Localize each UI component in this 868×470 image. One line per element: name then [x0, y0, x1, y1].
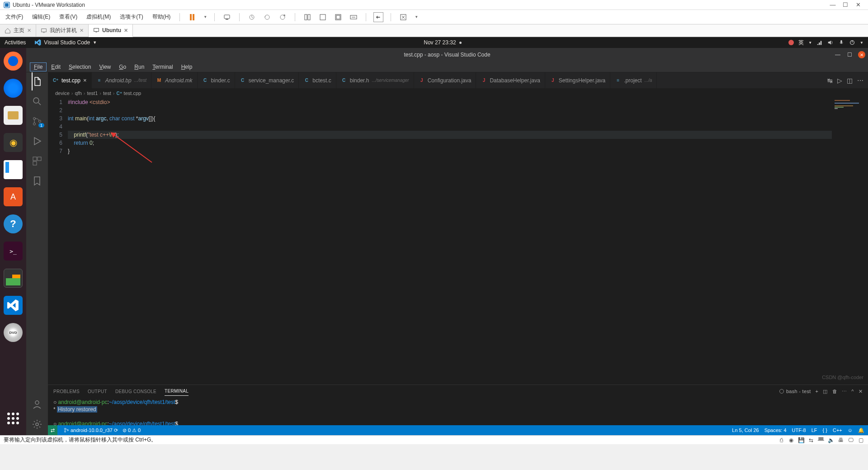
- menu-view[interactable]: 查看(V): [57, 12, 79, 22]
- hdd-icon[interactable]: ⎙: [778, 437, 785, 444]
- code-content[interactable]: #include <cstdio> int main(int argc, cha…: [68, 98, 868, 385]
- tab-binder-h[interactable]: C binder.h .../servicemanager: [336, 72, 414, 88]
- display-icon[interactable]: 🖵: [847, 437, 854, 444]
- cursor-position[interactable]: Ln 5, Col 26: [732, 427, 759, 433]
- panel-tab-output[interactable]: OUTPUT: [88, 387, 107, 396]
- dock-writer[interactable]: [4, 160, 23, 179]
- menu-view[interactable]: View: [95, 63, 114, 71]
- menu-help[interactable]: 帮助(H): [151, 12, 173, 22]
- feedback-icon[interactable]: ☺: [848, 427, 853, 433]
- breadcrumbs[interactable]: device› qfh› test1› test› C⁺ test.cpp: [48, 88, 868, 98]
- terminal-shell-label[interactable]: bash - test: [779, 389, 811, 394]
- stretch-guest-button[interactable]: [398, 12, 408, 22]
- breadcrumb-seg[interactable]: test.cpp: [124, 90, 142, 96]
- tab-android-mk[interactable]: M Android.mk: [151, 72, 198, 88]
- dock-thunderbird[interactable]: [4, 79, 23, 98]
- tab-service-manager-c[interactable]: C service_manager.c: [235, 72, 299, 88]
- run-code-icon[interactable]: ▷: [837, 77, 842, 84]
- tab-bctest-c[interactable]: C bctest.c: [299, 72, 336, 88]
- send-ctrlaltdel-button[interactable]: [222, 12, 232, 22]
- maximize-button[interactable]: ☐: [839, 1, 852, 8]
- minimize-button[interactable]: —: [835, 52, 841, 58]
- bookmarks-icon[interactable]: [32, 176, 42, 186]
- do-not-disturb-icon[interactable]: [788, 40, 794, 45]
- more-actions-icon[interactable]: ⋯: [857, 77, 863, 84]
- revert-snapshot-button[interactable]: [262, 12, 272, 22]
- snapshot-manager-button[interactable]: [278, 12, 288, 22]
- tab-ubuntu[interactable]: Ubuntu ✕: [89, 24, 133, 37]
- menu-run[interactable]: Run: [131, 63, 148, 71]
- console-view-button[interactable]: [302, 12, 312, 22]
- dock-help[interactable]: ?: [4, 214, 23, 233]
- breadcrumb-seg[interactable]: device: [55, 90, 70, 96]
- new-terminal-button[interactable]: +: [816, 389, 819, 394]
- indentation[interactable]: Spaces: 4: [764, 427, 787, 433]
- tab-binder-c[interactable]: C binder.c: [198, 72, 235, 88]
- floppy-icon[interactable]: 💾: [797, 437, 805, 444]
- menu-vm[interactable]: 虚拟机(M): [85, 12, 113, 22]
- close-button[interactable]: ✕: [858, 51, 865, 58]
- menu-file[interactable]: File: [30, 62, 47, 71]
- kill-terminal-button[interactable]: 🗑: [832, 389, 837, 394]
- dock-system-monitor[interactable]: [4, 269, 23, 288]
- accounts-icon[interactable]: [32, 399, 42, 410]
- extensions-icon[interactable]: [32, 156, 42, 166]
- minimize-button[interactable]: —: [826, 1, 839, 8]
- remote-indicator[interactable]: ⇄: [48, 425, 57, 435]
- dock-vscode[interactable]: [4, 296, 23, 315]
- search-icon[interactable]: [32, 96, 42, 107]
- split-terminal-button[interactable]: ◫: [823, 389, 827, 394]
- tab-databasehelper-java[interactable]: J DatabaseHelper.java: [476, 72, 545, 88]
- tab-test-cpp[interactable]: C⁺ test.cpp ×: [48, 72, 92, 88]
- maximize-button[interactable]: ☐: [846, 52, 853, 58]
- tab-android-bp[interactable]: ≡ Android.bp .../test: [92, 72, 151, 88]
- more-icon[interactable]: ⋯: [842, 389, 847, 394]
- panel-tab-terminal[interactable]: TERMINAL: [165, 387, 189, 396]
- stretch-dropdown[interactable]: ▼: [415, 15, 418, 19]
- tab-project[interactable]: ≡ .project .../a: [610, 72, 657, 88]
- dock-software[interactable]: A: [4, 187, 23, 206]
- panel-tab-debug[interactable]: DEBUG CONSOLE: [115, 387, 156, 396]
- language-mode[interactable]: C++: [833, 427, 842, 433]
- notifications-icon[interactable]: 🔔: [858, 427, 864, 433]
- menu-file[interactable]: 文件(F): [4, 12, 25, 22]
- suspend-button[interactable]: [187, 12, 197, 22]
- tab-configuration-java[interactable]: J Configuration.java: [414, 72, 476, 88]
- terminal[interactable]: ○ android@android-pc:~/aosp/device/qfh/t…: [48, 398, 868, 425]
- tab-mycomputer[interactable]: 我的计算机 ✕: [36, 24, 89, 37]
- menu-terminal[interactable]: Terminal: [149, 63, 176, 71]
- close-icon[interactable]: ✕: [124, 28, 128, 33]
- menu-selection[interactable]: Selection: [65, 63, 94, 71]
- panel-tab-problems[interactable]: PROBLEMS: [53, 387, 80, 396]
- unity-button[interactable]: [318, 12, 328, 22]
- usb-icon[interactable]: ᚙ: [817, 437, 825, 444]
- close-icon[interactable]: ×: [83, 77, 87, 84]
- dock-firefox[interactable]: [4, 52, 23, 71]
- message-icon[interactable]: ▢: [857, 437, 864, 444]
- split-editor-icon[interactable]: ◫: [847, 77, 853, 84]
- breadcrumb-seg[interactable]: qfh: [75, 90, 81, 96]
- settings-gear-icon[interactable]: [32, 419, 42, 430]
- fullscreen-button[interactable]: [333, 12, 343, 22]
- git-branch[interactable]: android-10.0.0_r37 ⟳: [64, 427, 118, 433]
- volume-icon[interactable]: [827, 39, 834, 46]
- menu-edit[interactable]: Edit: [47, 63, 64, 71]
- current-app[interactable]: Visual Studio Code ▼: [35, 39, 97, 46]
- code-editor[interactable]: 1234567 #include <cstdio> int main(int a…: [48, 98, 868, 385]
- tab-settingshelper-java[interactable]: J SettingsHelper.java: [545, 72, 610, 88]
- dock-rhythmbox[interactable]: ◉: [4, 133, 23, 152]
- scale-button[interactable]: [349, 12, 359, 22]
- compare-changes-icon[interactable]: ↹: [827, 77, 833, 84]
- dock-show-apps[interactable]: [4, 413, 23, 432]
- input-lang[interactable]: 英: [798, 39, 804, 47]
- encoding[interactable]: UTF-8: [792, 427, 806, 433]
- dock-dvd[interactable]: [4, 323, 23, 342]
- close-panel-button[interactable]: ✕: [859, 389, 863, 394]
- cd-icon[interactable]: ◉: [788, 437, 795, 444]
- dock-files[interactable]: [4, 106, 23, 125]
- activities-button[interactable]: Activities: [5, 39, 26, 46]
- menu-tabs[interactable]: 选项卡(T): [118, 12, 145, 22]
- power-icon[interactable]: [849, 39, 855, 46]
- close-icon[interactable]: ✕: [27, 28, 31, 33]
- network-icon[interactable]: [816, 39, 823, 46]
